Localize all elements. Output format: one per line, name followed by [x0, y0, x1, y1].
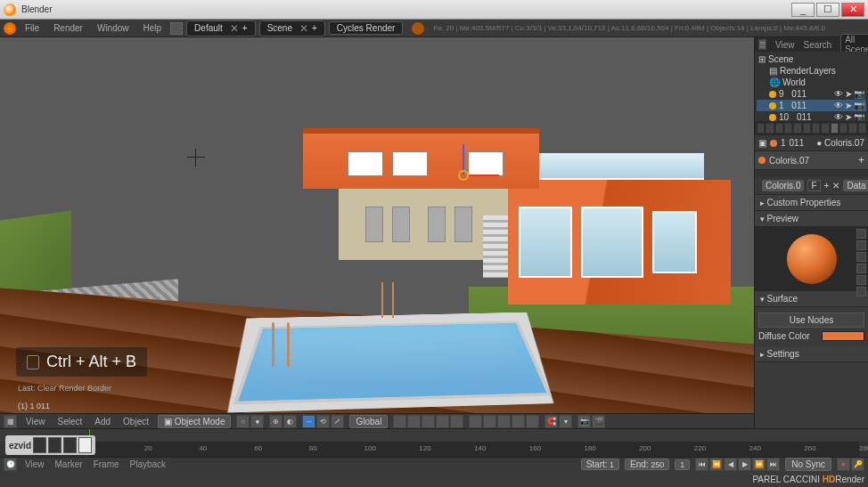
layer-button[interactable] [436, 415, 449, 428]
layer-button[interactable] [526, 415, 539, 428]
material-name-field[interactable]: Coloris.0 [762, 180, 804, 191]
screen-layout-select[interactable]: Default✕+ [186, 20, 256, 37]
menu-file[interactable]: File [20, 23, 45, 33]
menu-help[interactable]: Help [138, 23, 168, 33]
tab-modifiers[interactable] [812, 123, 820, 134]
preview-cube-icon[interactable] [856, 252, 866, 262]
tab-constraints[interactable] [803, 123, 811, 134]
close-icon[interactable]: ✕ [230, 22, 239, 35]
tab-scene[interactable] [775, 123, 783, 134]
panel-custom-properties[interactable]: ▸ Custom Properties [755, 195, 868, 211]
outliner-object-row[interactable]: 9 011👁➤📷 [757, 88, 866, 100]
menu-frame[interactable]: Frame [91, 459, 122, 469]
minimize-button[interactable]: _ [791, 3, 815, 17]
manipulator-scale-icon[interactable]: ⤢ [331, 415, 344, 428]
tab-texture[interactable] [839, 123, 848, 134]
3d-viewport[interactable]: User Persp Meters Ctr [0, 37, 754, 428]
snap-icon[interactable]: 🧲 [545, 415, 558, 428]
start-frame-field[interactable]: Start: 1 [581, 459, 619, 470]
material-slot[interactable]: Coloris.07 + [755, 151, 868, 170]
close-icon[interactable]: ✕ [299, 22, 308, 35]
add-material-button[interactable]: + [824, 181, 830, 191]
tab-render[interactable] [757, 123, 765, 134]
blender-org-icon[interactable] [412, 22, 424, 35]
preview-world-icon[interactable] [856, 287, 866, 296]
menu-object[interactable]: Object [119, 417, 152, 426]
shading-wireframe-icon[interactable]: ○ [236, 415, 250, 428]
material-link-select[interactable]: Data [843, 180, 868, 191]
menu-view[interactable]: View [22, 459, 47, 469]
pivot-icon[interactable]: ⊕ [269, 415, 283, 428]
keying-set-icon[interactable]: 🔑 [851, 458, 864, 471]
unlink-material-button[interactable]: ✕ [832, 181, 839, 191]
close-button[interactable]: ✕ [841, 3, 864, 17]
diffuse-color-swatch[interactable] [822, 331, 864, 341]
mode-selector[interactable]: ▣ Object Mode [158, 415, 231, 428]
play-reverse-icon[interactable]: ◀ [724, 458, 737, 471]
preview-sphere-icon[interactable] [856, 240, 866, 250]
camera-icon[interactable]: 📷 [854, 112, 864, 121]
recorder-button[interactable] [63, 437, 77, 453]
tab-material[interactable] [831, 123, 839, 134]
preview-flat-icon[interactable] [856, 229, 866, 239]
scene-select[interactable]: Scene✕+ [259, 20, 325, 37]
maximize-button[interactable]: ☐ [816, 3, 839, 17]
orientation-select[interactable]: Global [349, 415, 388, 428]
editor-type-icon[interactable]: ▦ [4, 415, 17, 428]
current-frame-field[interactable]: 1 [675, 459, 690, 470]
users-button[interactable]: F [807, 180, 820, 191]
timeline-editor[interactable]: 020406080100120140160180200220240260280 … [0, 428, 868, 471]
shading-solid-icon[interactable]: ● [250, 415, 264, 428]
eye-icon[interactable]: 👁 [834, 101, 843, 110]
layer-button[interactable] [450, 415, 463, 428]
outliner-menu-view[interactable]: View [775, 40, 795, 50]
tab-physics[interactable] [858, 123, 866, 134]
proportional-icon[interactable]: ◐ [283, 415, 297, 428]
outliner-world-row[interactable]: 🌐World [757, 77, 866, 88]
arrow-icon[interactable]: ➤ [845, 89, 852, 99]
menu-marker[interactable]: Marker [53, 459, 86, 469]
menu-view[interactable]: View [22, 417, 49, 426]
menu-render[interactable]: Render [48, 23, 88, 33]
panel-surface[interactable]: ▾ Surface [755, 291, 868, 307]
tab-world[interactable] [784, 123, 792, 134]
preview-monkey-icon[interactable] [856, 264, 866, 273]
tab-particles[interactable] [848, 123, 856, 134]
outliner-menu-search[interactable]: Search [804, 40, 832, 50]
panel-preview[interactable]: ▾ Preview [755, 211, 868, 227]
menu-select[interactable]: Select [54, 417, 86, 426]
jump-end-icon[interactable]: ⏭ [766, 458, 780, 471]
tab-render-layers[interactable] [766, 123, 774, 134]
manipulator-rotate-icon[interactable]: ⟲ [316, 415, 330, 428]
layer-button[interactable] [497, 415, 511, 428]
snap-type-icon[interactable]: ▾ [559, 415, 572, 428]
outliner[interactable]: ⊞Scene ▤RenderLayers 🌐World 9 011👁➤📷 1 0… [755, 52, 868, 121]
editor-type-icon[interactable]: 🕐 [4, 458, 17, 471]
gizmo-origin[interactable] [458, 170, 469, 181]
tab-object[interactable] [793, 123, 801, 134]
menu-window[interactable]: Window [92, 23, 135, 33]
panel-settings[interactable]: ▸ Settings [755, 346, 868, 362]
jump-start-icon[interactable]: ⏮ [695, 458, 708, 471]
record-icon[interactable]: ● [837, 458, 850, 471]
layer-button[interactable] [469, 415, 482, 428]
arrow-icon[interactable]: ➤ [845, 112, 852, 121]
layer-button[interactable] [393, 415, 406, 428]
layer-button[interactable] [483, 415, 496, 428]
sync-mode-select[interactable]: No Sync [785, 458, 831, 471]
timeline-ruler[interactable]: 020406080100120140160180200220240260280 [89, 442, 859, 458]
eye-icon[interactable]: 👁 [834, 89, 843, 99]
camera-icon[interactable]: 📷 [854, 101, 864, 110]
keyframe-next-icon[interactable]: ⏩ [752, 458, 766, 471]
layout-switch-icon[interactable] [170, 22, 183, 35]
render-anim-icon[interactable]: 🎬 [592, 415, 605, 428]
play-icon[interactable]: ▶ [738, 458, 751, 471]
outliner-renderlayers-row[interactable]: ▤RenderLayers [757, 65, 866, 77]
preview-hair-icon[interactable] [856, 275, 866, 285]
manipulator-translate-icon[interactable]: ↔ [302, 415, 315, 428]
render-engine-select[interactable]: Cycles Render [329, 21, 404, 35]
menu-add[interactable]: Add [91, 417, 114, 426]
tab-data[interactable] [821, 123, 829, 134]
arrow-icon[interactable]: ➤ [845, 101, 852, 110]
end-frame-field[interactable]: End: 250 [625, 459, 669, 470]
